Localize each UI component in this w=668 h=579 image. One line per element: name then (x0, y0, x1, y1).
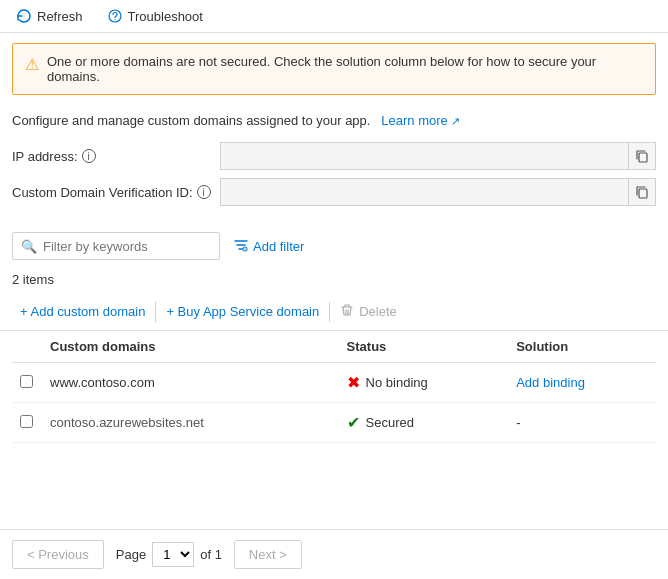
next-label: Next > (249, 547, 287, 562)
add-filter-icon (234, 238, 248, 255)
action-separator-2 (329, 302, 330, 322)
delete-button[interactable]: Delete (332, 299, 405, 324)
table-header-checkbox (12, 331, 42, 363)
description-text: Configure and manage custom domains assi… (12, 113, 370, 128)
actions-row: + Add custom domain + Buy App Service do… (0, 293, 668, 331)
table-row: www.contoso.com ✖ No binding Add binding (12, 363, 656, 403)
action-separator-1 (155, 302, 156, 322)
row-1-domain: www.contoso.com (42, 363, 339, 403)
domains-table: Custom domains Status Solution www.conto… (12, 331, 656, 443)
learn-more-link[interactable]: Learn more ↗ (381, 113, 460, 128)
fields-section: IP address: i Custom Domain Verification… (0, 136, 668, 224)
custom-domain-verification-input-wrapper (220, 178, 656, 206)
page-text: Page (116, 547, 146, 562)
buy-app-service-domain-button[interactable]: + Buy App Service domain (158, 300, 327, 323)
previous-label: < Previous (27, 547, 89, 562)
refresh-icon (16, 8, 32, 24)
svg-point-0 (114, 19, 115, 20)
troubleshoot-label: Troubleshoot (128, 9, 203, 24)
of-label: of 1 (200, 547, 222, 562)
delete-icon (340, 303, 354, 320)
items-count: 2 items (0, 268, 668, 293)
svg-rect-2 (639, 189, 647, 198)
pagination-bar: < Previous Page 1 of 1 Next > (0, 529, 668, 579)
previous-button[interactable]: < Previous (12, 540, 104, 569)
page-select[interactable]: 1 (152, 542, 194, 567)
description-row: Configure and manage custom domains assi… (0, 105, 668, 136)
ip-address-input-wrapper (220, 142, 656, 170)
table-header-row: Custom domains Status Solution (12, 331, 656, 363)
ip-address-input[interactable] (221, 149, 628, 164)
table-row: contoso.azurewebsites.net ✔ Secured - (12, 403, 656, 443)
page-content: Refresh Troubleshoot ⚠ One or more domai… (0, 0, 668, 579)
table-wrapper: Custom domains Status Solution www.conto… (0, 331, 668, 443)
refresh-label: Refresh (37, 9, 83, 24)
row-2-checkbox-cell (12, 403, 42, 443)
row-1-status-error-icon: ✖ (347, 373, 360, 392)
external-link-icon: ↗ (451, 115, 460, 127)
next-button[interactable]: Next > (234, 540, 302, 569)
row-2-status: ✔ Secured (339, 403, 509, 443)
troubleshoot-button[interactable]: Troubleshoot (103, 6, 207, 26)
table-header-solution: Solution (508, 331, 656, 363)
row-1-checkbox[interactable] (20, 375, 33, 388)
custom-domain-verification-label: Custom Domain Verification ID: i (12, 185, 212, 200)
row-1-status-text: No binding (366, 375, 428, 390)
warning-banner: ⚠ One or more domains are not secured. C… (12, 43, 656, 95)
refresh-button[interactable]: Refresh (12, 6, 87, 26)
row-2-domain: contoso.azurewebsites.net (42, 403, 339, 443)
filter-search-icon: 🔍 (21, 239, 37, 254)
page-label: Page 1 of 1 (116, 542, 222, 567)
ip-address-row: IP address: i (12, 142, 656, 170)
custom-domain-verification-row: Custom Domain Verification ID: i (12, 178, 656, 206)
row-1-checkbox-cell (12, 363, 42, 403)
add-filter-label: Add filter (253, 239, 304, 254)
row-1-solution: Add binding (508, 363, 656, 403)
warning-icon: ⚠ (25, 55, 39, 74)
filter-input-wrapper: 🔍 (12, 232, 220, 260)
row-2-status-success-icon: ✔ (347, 413, 360, 432)
delete-label: Delete (359, 304, 397, 319)
troubleshoot-icon (107, 8, 123, 24)
add-custom-domain-label: + Add custom domain (20, 304, 145, 319)
filter-input[interactable] (43, 239, 211, 254)
svg-rect-1 (639, 153, 647, 162)
table-header-custom-domains: Custom domains (42, 331, 339, 363)
custom-domain-info-icon[interactable]: i (197, 185, 211, 199)
filter-row: 🔍 Add filter (0, 224, 668, 268)
add-filter-button[interactable]: Add filter (228, 234, 310, 259)
row-1-solution-link[interactable]: Add binding (516, 375, 585, 390)
buy-app-service-label: + Buy App Service domain (166, 304, 319, 319)
learn-more-label: Learn more (381, 113, 447, 128)
ip-address-copy-button[interactable] (628, 143, 655, 169)
toolbar: Refresh Troubleshoot (0, 0, 668, 33)
custom-domain-verification-copy-button[interactable] (628, 179, 655, 205)
ip-address-info-icon[interactable]: i (82, 149, 96, 163)
table-header-status: Status (339, 331, 509, 363)
row-2-solution: - (508, 403, 656, 443)
row-2-status-text: Secured (366, 415, 414, 430)
warning-message: One or more domains are not secured. Che… (47, 54, 643, 84)
ip-address-label: IP address: i (12, 149, 212, 164)
row-1-status: ✖ No binding (339, 363, 509, 403)
row-2-checkbox[interactable] (20, 415, 33, 428)
custom-domain-verification-input[interactable] (221, 185, 628, 200)
add-custom-domain-button[interactable]: + Add custom domain (12, 300, 153, 323)
